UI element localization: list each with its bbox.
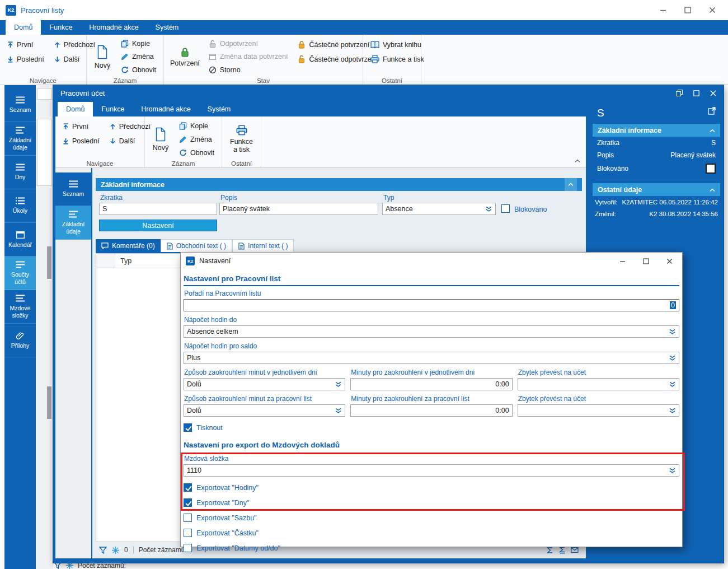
change-button[interactable]: Změna: [119, 51, 158, 62]
dialog-maximize-button[interactable]: [634, 253, 657, 269]
child-change-button[interactable]: Změna: [177, 133, 217, 145]
sidebar-item-mzdove-slozky[interactable]: Mzdové složky: [4, 290, 36, 324]
restore-button[interactable]: [672, 87, 687, 99]
blocked-checkbox[interactable]: [501, 204, 510, 213]
child-new-button[interactable]: Nový: [150, 120, 171, 158]
sidebar-item-zakladni-udaje[interactable]: Základní údaje: [4, 122, 36, 156]
child-copy-button[interactable]: Kopie: [177, 120, 217, 132]
ribbon-tab-hromadne-akce[interactable]: Hromadné akce: [81, 20, 147, 35]
new-button[interactable]: Nový: [92, 38, 113, 76]
checkbox-tisknout[interactable]: Tisknout: [184, 423, 679, 432]
button-label: První: [72, 123, 88, 130]
round-day-combo[interactable]: Dolů: [184, 378, 345, 390]
ribbon-tab-funkce[interactable]: Funkce: [41, 20, 81, 35]
abbr-input[interactable]: S: [99, 203, 217, 215]
close-icon: [709, 7, 716, 13]
pencil-icon: [121, 53, 129, 60]
close-button[interactable]: [700, 2, 725, 18]
tasks-icon: [16, 197, 25, 204]
remainder-day-combo[interactable]: [518, 378, 679, 390]
copy-button[interactable]: Kopie: [119, 38, 158, 49]
section-collapse-button[interactable]: [565, 178, 577, 191]
child-maximize-button[interactable]: [689, 87, 703, 99]
last-button[interactable]: Poslední: [5, 53, 46, 66]
combo-arrow: [669, 328, 676, 335]
child-sidebar-item-zakladni-udaje[interactable]: Základní údaje: [55, 206, 91, 240]
checkbox-exportovat-dny[interactable]: Exportovat "Dny": [184, 498, 679, 507]
select-book-button[interactable]: Vybrat knihu: [368, 38, 426, 51]
order-input[interactable]: 0: [184, 299, 679, 311]
abbr-value: S: [102, 205, 107, 213]
collapse-section-button[interactable]: [710, 127, 715, 134]
child-refresh-button[interactable]: Obnovit: [177, 147, 217, 158]
child-window-title: Pracovní účet: [60, 89, 105, 97]
checkbox-exportovat-sazbu[interactable]: Exportovat "Sazbu": [184, 514, 679, 522]
filter-icon[interactable]: [99, 547, 107, 554]
refresh-button[interactable]: Obnovit: [119, 64, 158, 76]
round-list-combo[interactable]: Dolů: [184, 404, 345, 417]
grid-selector-column: [96, 254, 115, 268]
sidebar-item-kalendar[interactable]: Kalendář: [4, 223, 36, 256]
cancel-button[interactable]: Storno: [206, 64, 290, 76]
filter-options-icon[interactable]: [112, 547, 119, 554]
open-in-window-button[interactable]: [708, 107, 716, 116]
refresh-icon: [121, 66, 129, 74]
preview-section-label: Základní informace: [598, 127, 661, 134]
preview-basic-header[interactable]: Základní informace: [593, 124, 720, 137]
functions-print-button[interactable]: Funkce a tisk: [368, 53, 426, 66]
maximize-button[interactable]: [675, 2, 700, 18]
preview-other-header[interactable]: Ostatní údaje: [593, 183, 720, 196]
type-combo[interactable]: Absence: [382, 203, 496, 215]
dialog-minimize-button[interactable]: [610, 253, 634, 269]
child-titlebar: Pracovní účet: [53, 85, 724, 101]
child-tab-system[interactable]: Systém: [199, 102, 239, 116]
child-last-button[interactable]: Poslední: [60, 134, 102, 147]
tab-komentare[interactable]: Komentáře (0): [96, 239, 161, 252]
tab-obchodni-text[interactable]: Obchodní text ( ): [161, 239, 232, 252]
tab-interni-text[interactable]: Interní text ( ): [232, 239, 294, 252]
desc-value: Placený svátek: [223, 205, 270, 213]
sidebar-item-prilohy[interactable]: Přílohy: [4, 324, 36, 357]
ribbon-tab-system[interactable]: Systém: [147, 20, 187, 35]
new-document-icon: [97, 45, 108, 59]
confirm-button[interactable]: Potvrzení: [169, 38, 201, 76]
sidebar-item-dny[interactable]: Dny: [4, 156, 36, 189]
minimize-icon: [619, 258, 626, 264]
ribbon-tab-domu[interactable]: Domů: [6, 20, 41, 35]
minutes-list-input[interactable]: 0:00: [350, 404, 512, 417]
child-functions-print-button[interactable]: Funkce a tisk: [227, 120, 256, 158]
wage-component-combo[interactable]: 1110: [184, 464, 679, 477]
child-tab-funkce[interactable]: Funkce: [93, 102, 133, 116]
saldo-combo[interactable]: Plus: [184, 352, 679, 364]
sidebar-item-soucty-uctu[interactable]: Součty účtů: [4, 256, 36, 290]
checkbox-exportovat-datumy[interactable]: Exportovat "Datumy od/do": [184, 544, 679, 552]
child-close-button[interactable]: [706, 87, 720, 99]
first-button[interactable]: První: [5, 38, 46, 51]
sidebar-item-ukoly[interactable]: Úkoly: [4, 189, 36, 223]
sidebar-item-seznam[interactable]: Seznam: [4, 88, 36, 122]
remainder-list-combo[interactable]: [518, 404, 679, 417]
collapse-ribbon-button[interactable]: [575, 156, 580, 165]
arrow-down-icon: [54, 56, 60, 63]
dialog-close-button[interactable]: [657, 253, 681, 269]
restore-icon: [676, 90, 683, 96]
minimize-button[interactable]: [651, 2, 675, 18]
child-tab-hromadne-akce[interactable]: Hromadné akce: [133, 102, 199, 116]
hours-to-combo[interactable]: Absence celkem: [184, 325, 679, 338]
child-tab-domu[interactable]: Domů: [58, 102, 93, 116]
desc-input[interactable]: Placený svátek: [219, 203, 378, 215]
collapse-section-button[interactable]: [710, 186, 715, 194]
app-root: K2 Pracovní listy Domů Funkce Hromadné a…: [0, 0, 728, 569]
preview-blocked-checkbox[interactable]: [706, 164, 716, 174]
checkbox-exportovat-hodiny[interactable]: Exportovat "Hodiny": [184, 483, 679, 492]
settings-button[interactable]: Nastavení: [99, 220, 217, 231]
minutes-day-label: Minuty pro zaokrouhlení v jednotlivém dn…: [351, 369, 512, 376]
lock-green-icon: [180, 47, 190, 57]
button-label: Nový: [153, 144, 168, 152]
child-sidebar-item-seznam[interactable]: Seznam: [55, 172, 91, 206]
child-first-button[interactable]: První: [60, 120, 102, 133]
dropdown-icon: [669, 381, 676, 388]
minutes-day-input[interactable]: 0:00: [350, 378, 512, 390]
grid-column-typ[interactable]: Typ: [115, 254, 186, 268]
checkbox-exportovat-castku[interactable]: Exportovat "Částku": [184, 529, 679, 537]
